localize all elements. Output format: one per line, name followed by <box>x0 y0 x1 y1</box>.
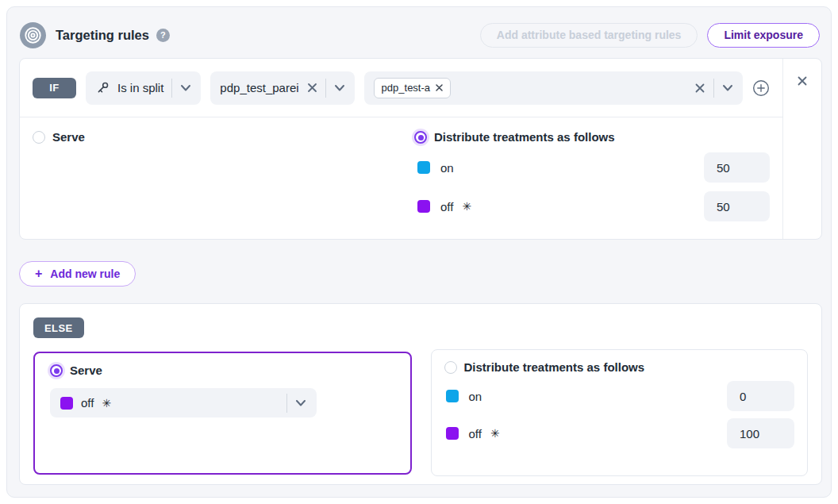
divider <box>325 79 326 98</box>
matcher-label: Is in split <box>117 81 163 94</box>
add-new-rule-button[interactable]: + Add new rule <box>19 261 136 287</box>
condition-row: IF Is in split <box>20 59 782 117</box>
else-badge: ELSE <box>33 317 84 338</box>
serve-radio[interactable] <box>33 131 45 144</box>
add-attribute-rules-button[interactable]: Add attribute based targeting rules <box>480 23 698 48</box>
else-serve-label: Serve <box>70 364 102 377</box>
add-condition-icon[interactable] <box>752 79 770 97</box>
default-treatment-marker: ✳ <box>490 427 500 440</box>
else-distribute-panel[interactable]: Distribute treatments as follows on off … <box>431 349 809 476</box>
else-distribute-radio[interactable] <box>444 361 457 374</box>
rule-close-column <box>782 59 821 239</box>
divider <box>171 79 172 98</box>
help-icon[interactable]: ? <box>156 29 170 42</box>
treatment-off-swatch <box>60 397 73 410</box>
treatment-off-swatch <box>446 427 459 440</box>
delete-rule-icon[interactable] <box>797 75 808 87</box>
treatment-multiselect[interactable]: pdp_test-a <box>364 71 743 105</box>
chevron-down-icon[interactable] <box>295 399 306 407</box>
default-treatment-marker: ✳ <box>102 397 111 410</box>
chevron-down-icon[interactable] <box>722 84 733 92</box>
treatment-tag: pdp_test-a <box>374 78 451 98</box>
treatment-on-percentage-input[interactable] <box>704 152 770 183</box>
key-icon <box>95 81 110 95</box>
split-select[interactable]: pdp_test_parei <box>210 71 354 105</box>
page-title: Targeting rules <box>56 28 149 43</box>
divider <box>286 394 287 413</box>
if-badge: IF <box>33 78 76 98</box>
treatment-off-percentage-input[interactable] <box>704 191 770 221</box>
divider <box>713 79 714 98</box>
treatment-row-on: on <box>417 152 770 183</box>
tag-remove-icon[interactable] <box>436 84 443 91</box>
selected-treatment-name: off <box>81 396 94 410</box>
if-rule-card: IF Is in split <box>19 58 822 240</box>
serve-label: Serve <box>52 130 85 144</box>
treatment-row-off: off ✳ <box>446 418 795 448</box>
plus-icon: + <box>35 267 42 281</box>
targeting-rules-panel: Targeting rules ? Add attribute based ta… <box>6 6 832 498</box>
else-treatment-on-percentage-input[interactable] <box>727 381 794 411</box>
matcher-dropdown[interactable]: Is in split <box>86 71 201 105</box>
bullseye-icon <box>20 22 46 48</box>
add-new-rule-label: Add new rule <box>50 267 120 280</box>
chevron-down-icon[interactable] <box>334 84 345 92</box>
if-rule-main: IF Is in split <box>20 59 782 239</box>
treatment-on-swatch <box>446 390 459 402</box>
treatment-row-off: off ✳ <box>417 191 770 221</box>
treatment-name: off <box>469 427 482 441</box>
else-panels: Serve off ✳ Distribute treatments as fol <box>33 349 808 476</box>
serve-option: Serve <box>33 130 414 239</box>
treatment-tag-label: pdp_test-a <box>382 82 430 94</box>
else-distribute-label: Distribute treatments as follows <box>464 360 645 374</box>
treatment-row-on: on <box>446 381 795 411</box>
else-treatment-off-percentage-input[interactable] <box>727 418 794 448</box>
treatment-on-swatch <box>417 161 430 174</box>
limit-exposure-button[interactable]: Limit exposure <box>707 23 820 48</box>
distribute-label: Distribute treatments as follows <box>434 130 615 144</box>
clear-all-icon[interactable] <box>694 83 705 94</box>
treatment-name: off <box>440 200 453 214</box>
rule-body: Serve Distribute treatments as follows o… <box>20 117 782 239</box>
else-serve-radio[interactable] <box>50 364 63 377</box>
treatment-name: on <box>440 161 454 175</box>
clear-icon[interactable] <box>307 83 317 93</box>
else-serve-panel[interactable]: Serve off ✳ <box>33 352 412 475</box>
chevron-down-icon[interactable] <box>180 84 191 92</box>
panel-header: Targeting rules ? Add attribute based ta… <box>20 21 820 48</box>
treatment-off-swatch <box>417 200 430 213</box>
treatment-name: on <box>469 390 482 403</box>
else-serve-treatment-dropdown[interactable]: off ✳ <box>50 388 317 417</box>
distribute-option: Distribute treatments as follows on off … <box>414 130 770 239</box>
split-select-value: pdp_test_parei <box>220 81 298 94</box>
default-treatment-marker: ✳ <box>462 200 471 213</box>
else-rule-card: ELSE Serve off ✳ <box>19 303 822 485</box>
distribute-radio[interactable] <box>414 131 427 144</box>
